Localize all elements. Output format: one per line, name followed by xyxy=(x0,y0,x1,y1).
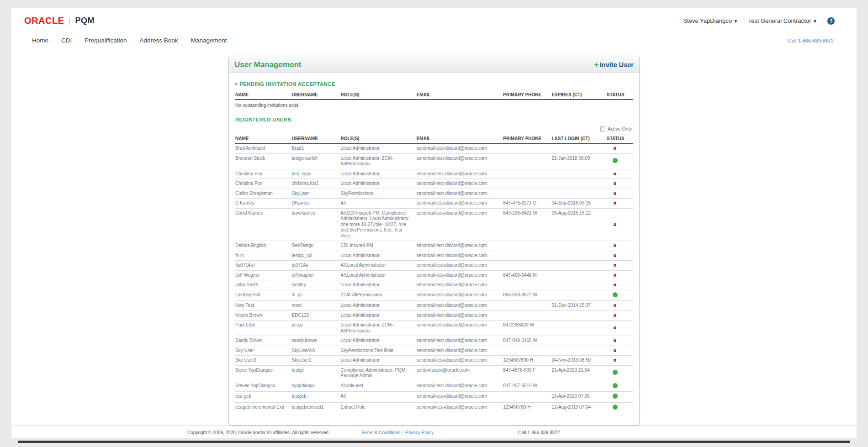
user-phone: 866-839-8872 W xyxy=(503,290,551,301)
user-row: Lindsey Holtlh_gcZCM-AllPermissionssendm… xyxy=(235,290,633,301)
brand-divider: | xyxy=(69,17,70,25)
nav-items: Home CDI Prequalification Address Book M… xyxy=(32,37,227,44)
user-name-link[interactable]: Christina Fox xyxy=(235,169,292,179)
col-name: NAME xyxy=(235,134,292,143)
user-name-link[interactable]: Christina Fox xyxy=(235,179,292,189)
privacy-link[interactable]: Privacy Policy xyxy=(405,430,434,435)
registered-table-header-row: NAME USERNAME ROLE(S) EMAIL PRIMARY PHON… xyxy=(235,134,633,143)
call-phone-link[interactable]: Call 1-866-839-8872 xyxy=(788,38,834,43)
user-status-cell xyxy=(600,290,633,301)
org-menu[interactable]: Test General Contractor ▼ xyxy=(748,17,817,24)
user-row: Paul Erbepe.gcLocal Administrator, ZCM-A… xyxy=(235,321,633,336)
user-name-link[interactable]: test gcb xyxy=(235,392,292,403)
user-roles: Local Administrator, ZCM-AllPermissions xyxy=(341,321,417,336)
user-last-login xyxy=(551,280,600,290)
user-name-link[interactable]: Steven YapDiangco xyxy=(235,381,292,392)
user-row: ftu0714a ltu0714aAll,Local Administrator… xyxy=(235,261,633,271)
status-inactive-icon xyxy=(614,182,616,185)
user-name-link[interactable]: Brad Archibald xyxy=(235,143,292,153)
user-row: Branden Stucktestgc-zurichLocal Administ… xyxy=(235,153,633,169)
copyright-text: Copyright © 2009, 2020, Oracle and/or it… xyxy=(187,430,330,435)
user-name-link[interactable]: John Smith xyxy=(235,280,292,290)
col-roles: ROLE(S) xyxy=(341,90,417,100)
user-status-cell xyxy=(600,261,633,271)
user-last-login xyxy=(551,310,600,321)
product-name: PQM xyxy=(75,16,95,26)
user-status-cell xyxy=(600,356,633,366)
user-row: Cielito ShraybmanSkyUserSkyPermissionsse… xyxy=(235,189,633,199)
user-last-login: 12-Aug-2019 07:04 xyxy=(551,402,600,413)
user-status-cell xyxy=(600,321,633,336)
user-name-link[interactable]: D Karnes xyxy=(235,199,292,209)
nav-item-cdi[interactable]: CDI xyxy=(61,37,72,44)
user-row: Debbie EnglishDebTestgcCDI Insured PMsen… xyxy=(235,241,633,251)
nav-item-address-book[interactable]: Address Book xyxy=(140,37,178,44)
user-last-login xyxy=(551,261,600,271)
user-email: sendmail-test-discard@oracle.com xyxy=(417,336,503,346)
nav-item-prequalification[interactable]: Prequalification xyxy=(85,37,127,44)
invite-user-button[interactable]: + Invite User xyxy=(594,61,634,68)
user-last-login xyxy=(551,270,600,280)
user-username: jsmithy xyxy=(292,280,341,290)
user-status-cell xyxy=(600,153,633,169)
status-inactive-icon xyxy=(614,284,616,286)
user-phone xyxy=(503,261,551,271)
user-status-cell xyxy=(600,365,633,381)
user-status-cell xyxy=(600,381,633,392)
user-menu[interactable]: Steve YapDiangco ▼ xyxy=(683,17,738,24)
user-status-cell xyxy=(600,199,633,209)
user-roles: Local Administrator xyxy=(341,310,417,321)
user-roles: SkyPermissions,Test Role xyxy=(341,346,417,356)
user-last-login xyxy=(551,189,600,199)
user-status-cell xyxy=(600,251,633,261)
user-name-link[interactable]: ftu0714a l xyxy=(235,261,292,271)
chevron-down-icon: ▼ xyxy=(734,19,738,24)
terms-link[interactable]: Terms & Conditions xyxy=(361,430,401,435)
nav-item-management[interactable]: Management xyxy=(191,37,227,44)
user-row: Christina Foxtest_loginLocal Administrat… xyxy=(235,169,633,179)
user-roles: Local Administrator xyxy=(341,336,417,346)
user-name-link[interactable]: New Test xyxy=(235,301,292,311)
status-inactive-icon xyxy=(614,147,616,150)
user-name-link[interactable]: Cielito Shraybman xyxy=(235,189,292,199)
user-name-link[interactable]: fn ln xyxy=(235,251,292,261)
user-last-login: 24-Nov-2013 08:50 xyxy=(551,356,600,366)
user-username: davekarnes xyxy=(292,208,341,241)
user-roles: Extract Role xyxy=(341,402,417,413)
user-email: sendmail-test-discard@oracle.com xyxy=(417,251,503,261)
pending-section-header[interactable]: » PENDING INVITATION ACCEPTANCE xyxy=(235,81,633,87)
user-username: DKarnes xyxy=(292,199,341,209)
user-name-link[interactable]: Nicole Brown xyxy=(235,310,292,321)
user-name-link[interactable]: Paul Erbe xyxy=(235,321,292,336)
user-name-link[interactable]: Jeff Wagner xyxy=(235,270,292,280)
status-active-icon xyxy=(613,394,618,399)
user-name-link[interactable]: Sky User xyxy=(235,346,292,356)
user-phone: 847-4576-500 F xyxy=(503,365,551,381)
user-phone: 8472358423 W xyxy=(503,321,551,336)
user-row: David KarnesdavekarnesAll,CDI Insured PM… xyxy=(235,208,633,241)
user-status-cell xyxy=(600,241,633,251)
user-roles: Local Administrator xyxy=(341,280,417,290)
user-last-login xyxy=(551,169,600,179)
help-icon[interactable]: ? xyxy=(827,17,835,25)
user-name-link[interactable]: Sandy Brown xyxy=(235,336,292,346)
user-last-login xyxy=(551,290,600,301)
user-name-link[interactable]: Debbie English xyxy=(235,241,292,251)
user-status-cell xyxy=(600,402,633,413)
chevron-down-icon: ▼ xyxy=(813,19,817,24)
user-last-login: 21-Apr-2020 21:54 xyxy=(551,365,600,381)
user-name-link[interactable]: testgcb Incremental Extr xyxy=(235,402,292,413)
user-name-link[interactable]: David Karnes xyxy=(235,208,292,241)
nav-item-home[interactable]: Home xyxy=(32,37,48,44)
user-name-link[interactable]: Sky User2 xyxy=(235,356,292,366)
page-footer: Copyright © 2009, 2020, Oracle and/or it… xyxy=(11,426,857,447)
active-only-checkbox[interactable] xyxy=(600,126,605,131)
user-name-link[interactable]: Branden Stuck xyxy=(235,153,292,169)
user-name-link[interactable]: Steve YapDiangco xyxy=(235,365,292,381)
user-status-cell xyxy=(600,179,633,189)
user-name-link[interactable]: Lindsey Holt xyxy=(235,290,292,301)
user-status-cell xyxy=(600,189,633,199)
user-email: sendmail-test-discard@oracle.com xyxy=(417,143,503,153)
user-phone: 1234567890 H xyxy=(503,356,551,366)
user-last-login xyxy=(551,179,600,189)
